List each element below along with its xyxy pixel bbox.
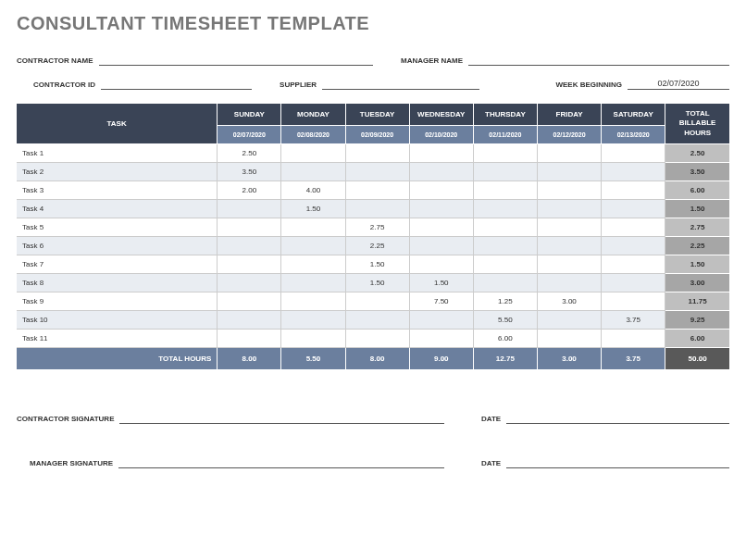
hours-cell[interactable] <box>218 330 281 348</box>
hours-cell[interactable] <box>409 330 473 348</box>
hours-cell[interactable] <box>218 274 281 292</box>
hours-cell[interactable] <box>537 200 601 218</box>
hours-cell[interactable] <box>602 163 665 181</box>
hours-cell[interactable] <box>218 200 281 218</box>
hours-cell[interactable] <box>345 181 409 200</box>
hours-cell[interactable] <box>345 311 409 330</box>
week-beginning-value[interactable]: 02/07/2020 <box>628 79 729 90</box>
hours-cell[interactable] <box>602 144 665 163</box>
hours-cell[interactable] <box>602 330 665 348</box>
hours-cell[interactable]: 4.00 <box>281 181 345 200</box>
hours-cell[interactable] <box>473 200 537 218</box>
hours-cell[interactable] <box>409 218 473 237</box>
date-input-1[interactable] <box>506 413 729 424</box>
task-name-cell[interactable]: Task 5 <box>17 218 218 237</box>
hours-cell[interactable] <box>281 218 345 237</box>
hours-cell[interactable]: 1.50 <box>345 255 409 274</box>
contractor-name-input[interactable] <box>99 55 373 66</box>
hours-cell[interactable] <box>345 200 409 218</box>
hours-cell[interactable] <box>537 144 601 163</box>
hours-cell[interactable] <box>281 311 345 330</box>
hours-cell[interactable] <box>602 292 665 311</box>
hours-cell[interactable] <box>345 144 409 163</box>
task-row: Task 41.501.50 <box>17 200 729 218</box>
task-row: Task 12.502.50 <box>17 144 729 163</box>
hours-cell[interactable] <box>218 292 281 311</box>
hours-cell[interactable] <box>218 255 281 274</box>
hours-cell[interactable] <box>602 255 665 274</box>
hours-cell[interactable] <box>409 237 473 255</box>
hours-cell[interactable] <box>218 237 281 255</box>
hours-cell[interactable] <box>602 200 665 218</box>
hours-cell[interactable] <box>537 163 601 181</box>
hours-cell[interactable]: 2.25 <box>345 237 409 255</box>
hours-cell[interactable]: 1.50 <box>281 200 345 218</box>
hours-cell[interactable] <box>602 274 665 292</box>
hours-cell[interactable] <box>473 144 537 163</box>
hours-cell[interactable] <box>409 144 473 163</box>
hours-cell[interactable] <box>473 218 537 237</box>
hours-cell[interactable] <box>537 237 601 255</box>
task-name-cell[interactable]: Task 6 <box>17 237 218 255</box>
hours-cell[interactable] <box>218 311 281 330</box>
hours-cell[interactable]: 2.50 <box>218 144 281 163</box>
hours-cell[interactable] <box>537 311 601 330</box>
hours-cell[interactable] <box>345 163 409 181</box>
task-name-cell[interactable]: Task 3 <box>17 181 218 200</box>
task-name-cell[interactable]: Task 8 <box>17 274 218 292</box>
hours-cell[interactable]: 3.75 <box>602 311 665 330</box>
hours-cell[interactable] <box>281 292 345 311</box>
hours-cell[interactable] <box>537 330 601 348</box>
task-name-cell[interactable]: Task 9 <box>17 292 218 311</box>
hours-cell[interactable] <box>473 181 537 200</box>
hours-cell[interactable] <box>218 218 281 237</box>
hours-cell[interactable] <box>409 181 473 200</box>
hours-cell[interactable] <box>537 274 601 292</box>
hours-cell[interactable] <box>473 163 537 181</box>
contractor-id-input[interactable] <box>101 79 252 90</box>
task-name-cell[interactable]: Task 7 <box>17 255 218 274</box>
hours-cell[interactable] <box>345 330 409 348</box>
hours-cell[interactable] <box>409 311 473 330</box>
hours-cell[interactable] <box>409 200 473 218</box>
hours-cell[interactable] <box>473 237 537 255</box>
manager-signature-input[interactable] <box>118 457 444 468</box>
hours-cell[interactable] <box>602 181 665 200</box>
hours-cell[interactable] <box>281 330 345 348</box>
hours-cell[interactable] <box>281 144 345 163</box>
hours-cell[interactable] <box>345 292 409 311</box>
task-name-cell[interactable]: Task 11 <box>17 330 218 348</box>
hours-cell[interactable] <box>409 163 473 181</box>
hours-cell[interactable] <box>602 218 665 237</box>
task-name-cell[interactable]: Task 4 <box>17 200 218 218</box>
hours-cell[interactable] <box>537 181 601 200</box>
hours-cell[interactable] <box>281 163 345 181</box>
hours-cell[interactable]: 3.00 <box>537 292 601 311</box>
task-name-cell[interactable]: Task 2 <box>17 163 218 181</box>
date-input-2[interactable] <box>506 457 729 468</box>
hours-cell[interactable] <box>537 255 601 274</box>
hours-cell[interactable]: 2.75 <box>345 218 409 237</box>
hours-cell[interactable] <box>281 237 345 255</box>
hours-cell[interactable] <box>409 255 473 274</box>
contractor-signature-input[interactable] <box>119 413 444 424</box>
hours-cell[interactable] <box>281 255 345 274</box>
supplier-input[interactable] <box>322 79 479 90</box>
hours-cell[interactable]: 1.50 <box>345 274 409 292</box>
hours-cell[interactable]: 3.50 <box>218 163 281 181</box>
task-name-cell[interactable]: Task 10 <box>17 311 218 330</box>
hours-cell[interactable] <box>602 237 665 255</box>
hours-cell[interactable]: 6.00 <box>473 330 537 348</box>
hours-cell[interactable] <box>473 274 537 292</box>
hours-cell[interactable] <box>281 274 345 292</box>
manager-name-input[interactable] <box>468 55 729 66</box>
task-total-cell: 3.50 <box>665 163 729 181</box>
hours-cell[interactable]: 1.50 <box>409 274 473 292</box>
hours-cell[interactable] <box>473 255 537 274</box>
hours-cell[interactable]: 5.50 <box>473 311 537 330</box>
hours-cell[interactable]: 7.50 <box>409 292 473 311</box>
hours-cell[interactable]: 2.00 <box>218 181 281 200</box>
task-name-cell[interactable]: Task 1 <box>17 144 218 163</box>
hours-cell[interactable] <box>537 218 601 237</box>
hours-cell[interactable]: 1.25 <box>473 292 537 311</box>
